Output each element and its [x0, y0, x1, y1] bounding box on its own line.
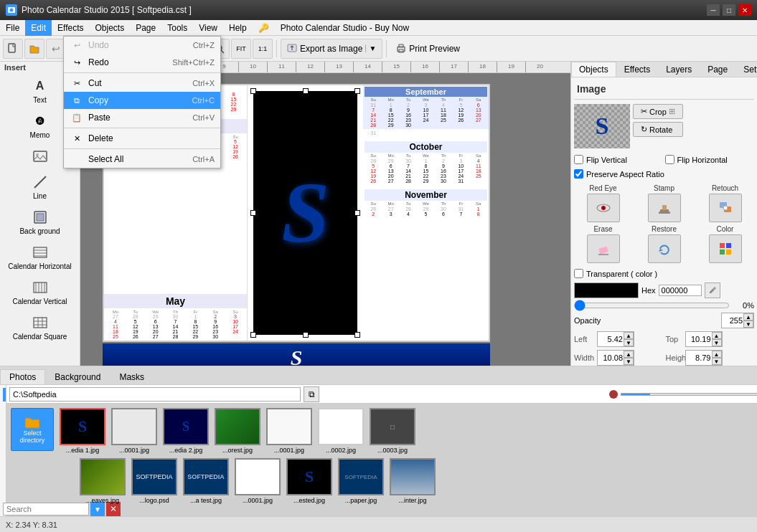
print-preview-button[interactable]: Print Preview — [390, 42, 466, 55]
thumb-6[interactable]: ...0002.jpg — [316, 407, 365, 455]
tab-settings[interactable]: Settings — [735, 62, 757, 77]
opacity-up[interactable]: ▲ — [743, 313, 753, 320]
height-input[interactable] — [686, 353, 712, 363]
tool-cal-h[interactable]: Calendar Horizontal — [2, 240, 77, 274]
height-down[interactable]: ▼ — [712, 358, 722, 365]
maximize-button[interactable]: □ — [723, 4, 735, 16]
thumb-img-8 — [80, 458, 126, 495]
width-down[interactable]: ▼ — [624, 358, 634, 365]
opacity-value-input[interactable] — [722, 315, 743, 326]
menu-copy[interactable]: ⧉ Copy Ctrl+C — [64, 92, 220, 109]
menu-paste[interactable]: 📋 Paste Ctrl+V — [64, 109, 220, 126]
new-button[interactable] — [3, 39, 23, 59]
handle-bl[interactable] — [250, 332, 256, 338]
opacity-down[interactable]: ▼ — [743, 320, 753, 328]
menu-key[interactable]: 🔑 — [253, 20, 275, 36]
thumb-12[interactable]: S ...ested.jpg — [285, 457, 334, 505]
menu-selectall[interactable]: Select All Ctrl+A — [64, 151, 220, 168]
width-input[interactable] — [598, 353, 624, 363]
thumb-3[interactable]: S ...edia 2.jpg — [161, 407, 210, 455]
select-directory-button[interactable]: Select directory — [11, 408, 54, 451]
menu-redo[interactable]: ↪ Redo Shift+Ctrl+Z — [64, 54, 220, 71]
rotate-button[interactable]: ↻ Rotate — [633, 122, 683, 137]
thumb-7[interactable]: □ ...0003.jpg — [368, 407, 417, 455]
handle-tm[interactable] — [303, 88, 309, 94]
thumb-11[interactable]: ...0001.jpg — [233, 457, 282, 505]
width-up[interactable]: ▲ — [624, 351, 634, 358]
thumb-4[interactable]: ...orest.jpg — [213, 407, 262, 455]
tab-effects[interactable]: Effects — [616, 62, 658, 77]
tool-line[interactable]: Line — [2, 170, 77, 204]
transparent-checkbox[interactable] — [574, 269, 583, 278]
flip-v-checkbox[interactable] — [574, 155, 583, 164]
stamp-button[interactable] — [648, 194, 681, 222]
export-button[interactable]: Export as Image ▼ — [281, 39, 382, 59]
preserve-aspect-checkbox[interactable] — [574, 169, 583, 179]
red-eye-button[interactable] — [587, 194, 620, 222]
color-button[interactable] — [709, 234, 742, 263]
handle-mr[interactable] — [354, 210, 360, 216]
thumb-2[interactable]: ...0001.jpg — [110, 407, 159, 455]
thumb-14[interactable]: ...inter.jpg — [388, 457, 437, 505]
handle-tr[interactable] — [354, 88, 360, 94]
menu-effects[interactable]: Effects — [52, 20, 89, 36]
tab-masks[interactable]: Masks — [110, 369, 154, 384]
handle-tl[interactable] — [250, 88, 256, 94]
thumb-9[interactable]: SOFTPEDIA ...logo.psd — [130, 457, 179, 505]
color-swatch[interactable] — [574, 282, 639, 298]
crop-button[interactable]: ✂ Crop ⊞ — [633, 104, 683, 119]
menu-page[interactable]: Page — [130, 20, 161, 36]
tab-photos[interactable]: Photos — [0, 369, 45, 384]
zoom-actual-button[interactable]: 1:1 — [253, 39, 273, 59]
erase-button[interactable] — [587, 234, 620, 263]
handle-ml[interactable] — [250, 210, 256, 216]
tree-item-softpedia[interactable]: 📁 Softpedia — [3, 388, 6, 402]
thumb-8[interactable]: ...eaves.jpg — [78, 457, 127, 505]
thumb-13[interactable]: SOFTPEDIA ...paper.jpg — [337, 457, 385, 505]
tab-background[interactable]: Background — [45, 369, 110, 384]
tool-cal-sq[interactable]: Calendar Square — [2, 310, 77, 344]
flip-h-checkbox[interactable] — [665, 155, 674, 164]
bottom-panel: Photos Background Masks 📁 Softpedia 📁 So… — [0, 366, 757, 516]
top-input[interactable] — [686, 334, 712, 344]
menu-tools[interactable]: Tools — [161, 20, 193, 36]
zoom-fit-button[interactable]: FIT — [231, 39, 251, 59]
menu-buynow[interactable]: Photo Calendar Studio - Buy Now — [275, 20, 415, 36]
left-input[interactable] — [598, 334, 624, 344]
tab-page[interactable]: Page — [700, 62, 735, 77]
restore-button[interactable] — [648, 234, 681, 263]
thumb-1[interactable]: S ...edia 1.jpg — [58, 407, 107, 455]
opacity-slider[interactable] — [574, 303, 730, 308]
open-button[interactable] — [24, 39, 44, 59]
handle-bm[interactable] — [303, 332, 309, 338]
top-up[interactable]: ▲ — [712, 332, 722, 339]
eyedropper-button[interactable] — [705, 282, 720, 298]
search-input[interactable] — [3, 503, 6, 516]
menu-cut[interactable]: ✂ Cut Ctrl+X — [64, 75, 220, 92]
tool-cal-v[interactable]: Calendar Vertical — [2, 275, 77, 309]
retouch-button[interactable] — [709, 194, 742, 222]
menu-objects[interactable]: Objects — [90, 20, 131, 36]
tab-objects[interactable]: Objects — [571, 62, 616, 77]
hex-input[interactable] — [659, 285, 702, 296]
thumb-5[interactable]: ...0001.jpg — [265, 407, 314, 455]
left-down[interactable]: ▼ — [624, 339, 634, 346]
path-input[interactable] — [9, 387, 301, 402]
menu-edit[interactable]: Edit — [25, 20, 52, 36]
handle-br[interactable] — [354, 332, 360, 338]
thumb-10[interactable]: SOFTPEDIA ...a test.jpg — [182, 457, 230, 505]
menu-delete[interactable]: ✕ Delete — [64, 130, 220, 147]
export-arrow[interactable]: ▼ — [365, 44, 376, 52]
top-down[interactable]: ▼ — [712, 339, 722, 346]
menu-undo[interactable]: ↩ Undo Ctrl+Z — [64, 37, 220, 54]
minimize-button[interactable]: ─ — [707, 4, 720, 16]
tool-background[interactable]: Back ground — [2, 205, 77, 239]
menu-file[interactable]: File — [0, 20, 25, 36]
height-up[interactable]: ▲ — [712, 351, 722, 358]
path-copy-button[interactable]: ⧉ — [304, 386, 319, 402]
tab-layers[interactable]: Layers — [658, 62, 700, 77]
menu-help[interactable]: Help — [223, 20, 253, 36]
left-up[interactable]: ▲ — [624, 332, 634, 339]
close-button[interactable]: ✕ — [738, 4, 751, 16]
menu-view[interactable]: View — [193, 20, 223, 36]
